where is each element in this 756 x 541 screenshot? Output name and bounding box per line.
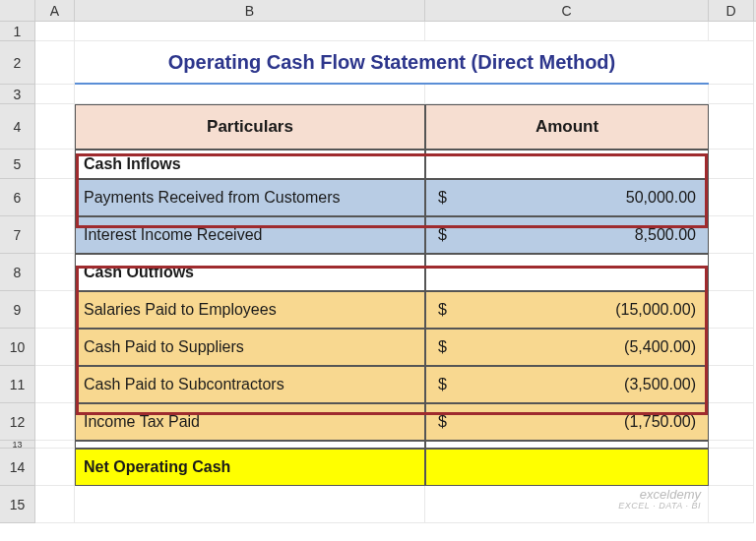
- row-header-5[interactable]: 5: [0, 150, 35, 179]
- row-header-6[interactable]: 6: [0, 179, 35, 216]
- cell-a15[interactable]: [35, 486, 75, 523]
- section-inflows-label[interactable]: Cash Inflows: [75, 150, 425, 179]
- cell-c1[interactable]: [425, 22, 709, 41]
- cell-a6[interactable]: [35, 179, 75, 216]
- spreadsheet: A B C D 1 2 Operating Cash Flow Statemen…: [0, 0, 756, 541]
- outflow-row-amount[interactable]: $(15,000.00): [425, 291, 709, 329]
- header-amount[interactable]: Amount: [425, 104, 709, 150]
- cell-a4[interactable]: [35, 104, 75, 150]
- cell-c13[interactable]: [425, 441, 709, 449]
- watermark: exceldemy EXCEL · DATA · BI: [618, 488, 701, 511]
- net-operating-cash-label[interactable]: Net Operating Cash: [75, 449, 425, 486]
- cell-a14[interactable]: [35, 449, 75, 486]
- cell-d14[interactable]: [709, 449, 754, 486]
- col-header-d[interactable]: D: [709, 0, 754, 21]
- inflow-row-label[interactable]: Interest Income Received: [75, 216, 425, 254]
- select-all-corner[interactable]: [0, 0, 35, 21]
- row-header-4[interactable]: 4: [0, 104, 35, 150]
- cell-d2[interactable]: [709, 41, 754, 85]
- row-header-11[interactable]: 11: [0, 366, 35, 403]
- cell-a3[interactable]: [35, 85, 75, 104]
- outflow-row-amount[interactable]: $(5,400.00): [425, 329, 709, 366]
- col-header-c[interactable]: C: [425, 0, 709, 21]
- cell-d9[interactable]: [709, 291, 754, 329]
- currency-symbol: $: [434, 338, 447, 356]
- net-operating-cash-amount[interactable]: [425, 449, 709, 486]
- cell-a7[interactable]: [35, 216, 75, 254]
- cell-d3[interactable]: [709, 85, 754, 104]
- amount-value: (15,000.00): [615, 301, 700, 319]
- cell-d7[interactable]: [709, 216, 754, 254]
- watermark-sub: EXCEL · DATA · BI: [618, 502, 701, 511]
- header-particulars[interactable]: Particulars: [75, 104, 425, 150]
- inflow-row-label[interactable]: Payments Received from Customers: [75, 179, 425, 216]
- row-header-3[interactable]: 3: [0, 85, 35, 104]
- cell-a8[interactable]: [35, 254, 75, 291]
- statement-title[interactable]: Operating Cash Flow Statement (Direct Me…: [75, 41, 709, 85]
- cell-d8[interactable]: [709, 254, 754, 291]
- col-header-a[interactable]: A: [35, 0, 75, 21]
- row-header-1[interactable]: 1: [0, 22, 35, 41]
- cell-a1[interactable]: [35, 22, 75, 41]
- cell-c3[interactable]: [425, 85, 709, 104]
- amount-value: (5,400.00): [624, 338, 700, 356]
- outflow-row-amount[interactable]: $(1,750.00): [425, 403, 709, 441]
- amount-value: 50,000.00: [626, 189, 700, 207]
- cell-d1[interactable]: [709, 22, 754, 41]
- cell-d11[interactable]: [709, 366, 754, 403]
- section-inflows-amount[interactable]: [425, 150, 709, 179]
- col-header-b[interactable]: B: [75, 0, 425, 21]
- currency-symbol: $: [434, 413, 447, 431]
- column-header-row: A B C D: [0, 0, 756, 22]
- section-outflows-label[interactable]: Cash Outflows: [75, 254, 425, 291]
- cell-d12[interactable]: [709, 403, 754, 441]
- cell-b1[interactable]: [75, 22, 425, 41]
- row-header-14[interactable]: 14: [0, 449, 35, 486]
- cell-b13[interactable]: [75, 441, 425, 449]
- cell-b15[interactable]: [75, 486, 425, 523]
- inflow-row-amount[interactable]: $50,000.00: [425, 179, 709, 216]
- cell-d4[interactable]: [709, 104, 754, 150]
- row-header-7[interactable]: 7: [0, 216, 35, 254]
- cell-d13[interactable]: [709, 441, 754, 449]
- currency-symbol: $: [434, 376, 447, 393]
- cell-a9[interactable]: [35, 291, 75, 329]
- row-header-2[interactable]: 2: [0, 41, 35, 85]
- row-header-15[interactable]: 15: [0, 486, 35, 523]
- cell-a12[interactable]: [35, 403, 75, 441]
- cell-a11[interactable]: [35, 366, 75, 403]
- cell-d10[interactable]: [709, 329, 754, 366]
- cell-a5[interactable]: [35, 150, 75, 179]
- cell-d15[interactable]: [709, 486, 754, 523]
- outflow-row-label[interactable]: Income Tax Paid: [75, 403, 425, 441]
- inflow-row-amount[interactable]: $8,500.00: [425, 216, 709, 254]
- cell-b3[interactable]: [75, 85, 425, 104]
- outflow-row-amount[interactable]: $(3,500.00): [425, 366, 709, 403]
- outflow-row-label[interactable]: Salaries Paid to Employees: [75, 291, 425, 329]
- row-header-13[interactable]: 13: [0, 441, 35, 449]
- cell-a2[interactable]: [35, 41, 75, 85]
- currency-symbol: $: [434, 301, 447, 319]
- row-header-12[interactable]: 12: [0, 403, 35, 441]
- amount-value: (1,750.00): [624, 413, 700, 431]
- row-header-8[interactable]: 8: [0, 254, 35, 291]
- watermark-main: exceldemy: [640, 487, 701, 502]
- currency-symbol: $: [434, 189, 447, 207]
- currency-symbol: $: [434, 226, 447, 244]
- outflow-row-label[interactable]: Cash Paid to Subcontractors: [75, 366, 425, 403]
- section-outflows-amount[interactable]: [425, 254, 709, 291]
- outflow-row-label[interactable]: Cash Paid to Suppliers: [75, 329, 425, 366]
- amount-value: 8,500.00: [635, 226, 700, 244]
- amount-value: (3,500.00): [624, 376, 700, 393]
- cell-d5[interactable]: [709, 150, 754, 179]
- cell-a13[interactable]: [35, 441, 75, 449]
- row-header-9[interactable]: 9: [0, 291, 35, 329]
- cell-d6[interactable]: [709, 179, 754, 216]
- row-header-10[interactable]: 10: [0, 329, 35, 366]
- cell-a10[interactable]: [35, 329, 75, 366]
